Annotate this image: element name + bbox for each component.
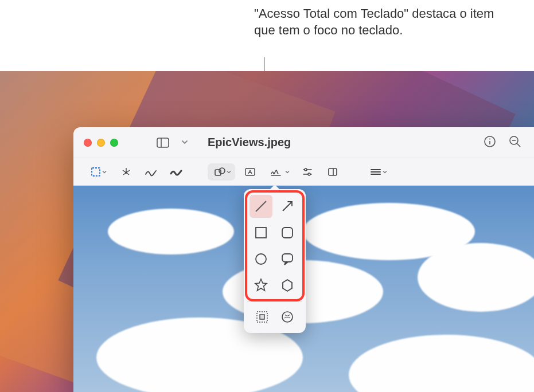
zoom-out-icon[interactable]	[509, 135, 521, 150]
svg-rect-8	[92, 168, 100, 176]
svg-point-32	[256, 254, 266, 264]
svg-rect-30	[256, 228, 266, 238]
shape-speech-bubble[interactable]	[276, 248, 299, 271]
svg-rect-35	[260, 315, 264, 319]
preview-window: EpicViews.jpeg	[73, 127, 534, 392]
sketch-button[interactable]	[141, 163, 162, 181]
draw-button[interactable]	[166, 163, 187, 181]
shape-loupe[interactable]	[276, 305, 299, 328]
maximize-button[interactable]	[110, 139, 118, 147]
svg-line-10	[123, 170, 125, 172]
svg-line-13	[127, 173, 129, 175]
info-icon[interactable]	[484, 135, 496, 150]
svg-rect-17	[245, 168, 255, 175]
shape-line[interactable]	[250, 195, 272, 218]
markup-toolbar	[73, 158, 534, 186]
desktop-background: EpicViews.jpeg	[0, 71, 534, 392]
svg-line-6	[517, 143, 521, 147]
shape-hexagon[interactable]	[276, 274, 299, 297]
svg-line-12	[123, 173, 126, 175]
window-titlebar: EpicViews.jpeg	[73, 127, 534, 158]
shape-square[interactable]	[250, 221, 272, 244]
shape-mask[interactable]	[251, 305, 274, 328]
chevron-down-icon[interactable]	[181, 138, 188, 148]
image-canvas[interactable]	[73, 186, 534, 392]
shapes-button[interactable]	[208, 163, 235, 181]
svg-rect-0	[157, 138, 169, 147]
svg-point-22	[308, 173, 310, 175]
window-title: EpicViews.jpeg	[208, 136, 291, 149]
shape-star[interactable]	[250, 274, 272, 297]
instant-alpha-button[interactable]	[116, 163, 137, 181]
text-button[interactable]	[240, 163, 260, 181]
shape-rounded-square[interactable]	[276, 221, 299, 244]
svg-line-28	[256, 201, 266, 211]
shapes-popover	[244, 189, 306, 333]
svg-point-4	[489, 138, 490, 139]
sign-button[interactable]	[265, 163, 293, 181]
close-button[interactable]	[84, 139, 92, 147]
svg-point-14	[126, 171, 127, 173]
svg-rect-31	[282, 228, 293, 238]
svg-point-16	[219, 168, 225, 174]
sidebar-toggle-button[interactable]	[153, 135, 173, 151]
description-button[interactable]	[364, 163, 391, 181]
svg-line-11	[127, 170, 130, 172]
minimize-button[interactable]	[97, 139, 105, 147]
shape-arrow[interactable]	[276, 195, 299, 218]
svg-rect-23	[329, 168, 337, 175]
shape-circle[interactable]	[250, 248, 272, 271]
svg-rect-33	[282, 254, 293, 262]
crop-button[interactable]	[322, 163, 343, 181]
adjust-color-button[interactable]	[297, 163, 318, 181]
svg-line-29	[283, 202, 291, 211]
svg-point-20	[305, 168, 307, 171]
traffic-lights	[84, 139, 118, 147]
selection-tool-button[interactable]	[84, 163, 111, 181]
annotation-text: "Acesso Total com Teclado" destaca o ite…	[254, 6, 506, 38]
